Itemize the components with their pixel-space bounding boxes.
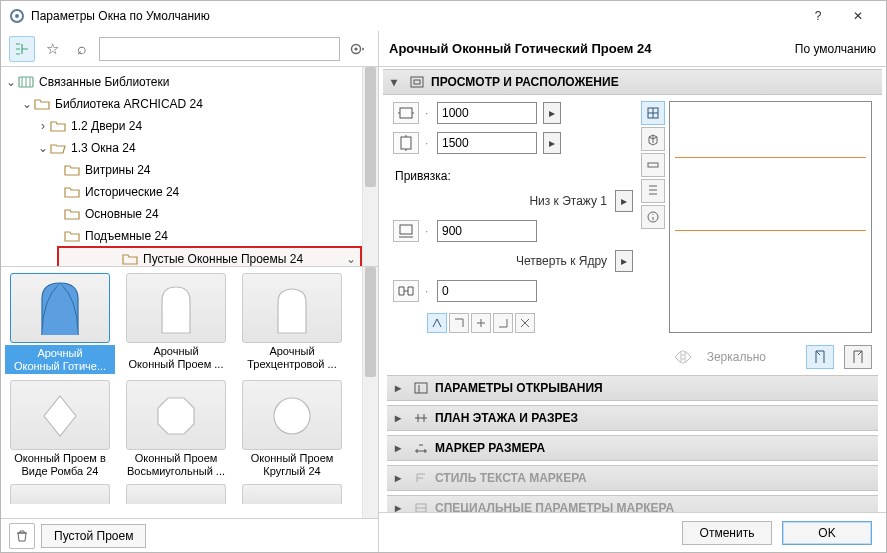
library-item-tricenter[interactable]: АрочныйТрехцентровой ...	[237, 273, 347, 374]
tree-row-lib[interactable]: ⌄ Библиотека ARCHICAD 24	[1, 93, 378, 115]
favorites-button[interactable]: ☆	[39, 36, 65, 62]
folder-open-icon	[49, 140, 67, 156]
svg-rect-10	[400, 225, 412, 234]
svg-rect-12	[648, 163, 658, 167]
folder-icon	[63, 184, 81, 200]
anchor-opt-4[interactable]	[493, 313, 513, 333]
view-elevation[interactable]	[641, 101, 665, 125]
section-floor-plan[interactable]: ▸ ПЛАН ЭТАЖА И РАЗРЕЗ	[387, 405, 878, 431]
library-item-octagon[interactable]: Оконный ПроемВосьмиугольный ...	[121, 380, 231, 477]
button-label: Отменить	[700, 526, 755, 540]
thumbnail-icon	[126, 380, 226, 450]
view-section[interactable]	[641, 179, 665, 203]
thumbnail-icon	[126, 273, 226, 343]
width-input[interactable]	[437, 102, 537, 124]
section-preview-position[interactable]: ▾ ПРОСМОТР И РАСПОЛОЖЕНИЕ	[383, 69, 882, 95]
preview-canvas	[669, 101, 872, 333]
expander-icon[interactable]: ⌄	[5, 75, 17, 89]
anchor-opt-3[interactable]	[471, 313, 491, 333]
height-input[interactable]	[437, 132, 537, 154]
folder-icon	[33, 96, 51, 112]
view-plan[interactable]	[641, 153, 665, 177]
help-button[interactable]: ?	[798, 2, 838, 30]
chevron-down-icon: ▾	[391, 75, 403, 89]
library-tree-panel: ⌄ Связанные Библиотеки ⌄ Библиотека ARCH…	[1, 67, 378, 267]
library-item-circle[interactable]: Оконный ПроемКруглый 24	[237, 380, 347, 477]
library-footer: Пустой Проем	[1, 518, 378, 552]
height-stepper[interactable]: ▸	[543, 132, 561, 154]
anchor-opt-5[interactable]	[515, 313, 535, 333]
anchor-opt-1[interactable]	[427, 313, 447, 333]
link-icon: ·	[425, 224, 431, 238]
tree-label: Исторические 24	[85, 185, 179, 199]
library-item-partial[interactable]	[237, 484, 347, 504]
thumbnail-icon	[10, 380, 110, 450]
parameters-header: Арочный Оконный Готический Проем 24 По у…	[379, 31, 886, 67]
floor-stepper[interactable]: ▸	[615, 190, 633, 212]
view-3d[interactable]	[641, 127, 665, 151]
parameters-panel: Арочный Оконный Готический Проем 24 По у…	[379, 31, 886, 552]
section-opening-params[interactable]: ▸ ПАРАМЕТРЫ ОТКРЫВАНИЯ	[387, 375, 878, 401]
reveal-side-2[interactable]	[844, 345, 872, 369]
chevron-right-icon: ▸	[395, 501, 407, 512]
tree-label: Библиотека ARCHICAD 24	[55, 97, 203, 111]
empty-opening-button[interactable]: Пустой Проем	[41, 524, 146, 548]
folder-icon	[63, 162, 81, 178]
tree-scrollbar[interactable]	[362, 67, 378, 266]
trash-button[interactable]	[9, 523, 35, 549]
settings-gear-button[interactable]	[344, 36, 370, 62]
tree-row-doors[interactable]: › 1.2 Двери 24	[1, 115, 378, 137]
binding-label: Привязка:	[393, 169, 633, 183]
core-stepper[interactable]: ▸	[615, 250, 633, 272]
view-info[interactable]	[641, 205, 665, 229]
floor-offset-input[interactable]	[437, 220, 537, 242]
grid-scrollbar[interactable]	[362, 267, 378, 518]
folder-icon	[49, 118, 67, 134]
expander-icon[interactable]: ⌄	[21, 97, 33, 111]
chevron-right-icon: ▸	[395, 441, 407, 455]
section-dimension-marker[interactable]: ▸ МАРКЕР РАЗМЕРА	[387, 435, 878, 461]
tree-view-button[interactable]	[9, 36, 35, 62]
section-title: ПЛАН ЭТАЖА И РАЗРЕЗ	[435, 411, 578, 425]
floor-label-row: Низ к Этажу 1 ▸	[393, 189, 633, 213]
section-title: СТИЛЬ ТЕКСТА МАРКЕРА	[435, 471, 587, 485]
titlebar: Параметры Окна по Умолчанию ? ✕	[1, 1, 886, 31]
tree-row-vitriny[interactable]: Витрины 24	[1, 159, 378, 181]
tree-label: Связанные Библиотеки	[39, 75, 169, 89]
library-item-partial[interactable]	[5, 484, 115, 504]
height-icon	[393, 132, 419, 154]
tree-row-windows[interactable]: ⌄ 1.3 Окна 24	[1, 137, 378, 159]
library-item-gothic[interactable]: АрочныйОконный Готиче...	[5, 273, 115, 374]
section-title: ПРОСМОТР И РАСПОЛОЖЕНИЕ	[431, 75, 619, 89]
expander-icon[interactable]: ›	[37, 119, 49, 133]
tree-label: 1.2 Двери 24	[71, 119, 142, 133]
ok-button[interactable]: OK	[782, 521, 872, 545]
library-browser: ☆ ⌕ ⌄ Связанные Библиотеки	[1, 31, 379, 552]
expander-icon[interactable]: ⌄	[37, 141, 49, 155]
svg-rect-6	[411, 77, 423, 87]
library-item-arch[interactable]: АрочныйОконный Проем ...	[121, 273, 231, 374]
close-button[interactable]: ✕	[838, 2, 878, 30]
anchor-opt-2[interactable]	[449, 313, 469, 333]
tree-row-osnovnye[interactable]: Основные 24	[1, 203, 378, 225]
dimensions-fields: · ▸ · ▸ Привязка: Низ	[393, 101, 633, 333]
svg-rect-14	[415, 383, 427, 393]
core-offset-input[interactable]	[437, 280, 537, 302]
link-icon: ·	[425, 106, 431, 120]
tree-row-podemnye[interactable]: Подъемные 24	[1, 225, 378, 247]
library-item-partial[interactable]	[121, 484, 231, 504]
search-input[interactable]	[99, 37, 340, 61]
cancel-button[interactable]: Отменить	[682, 521, 772, 545]
width-row: · ▸	[393, 101, 633, 125]
collapse-icon[interactable]: ⌄	[346, 252, 356, 266]
width-stepper[interactable]: ▸	[543, 102, 561, 124]
tree-row-pustye[interactable]: Пустые Оконные Проемы 24 ⌄	[59, 248, 360, 267]
reveal-side-1[interactable]	[806, 345, 834, 369]
floor-label: Низ к Этажу 1	[393, 194, 609, 208]
section-marker-special: ▸ СПЕЦИАЛЬНЫЕ ПАРАМЕТРЫ МАРКЕРА	[387, 495, 878, 512]
tree-row-istoricheskie[interactable]: Исторические 24	[1, 181, 378, 203]
svg-rect-7	[414, 80, 420, 84]
tree-row-root[interactable]: ⌄ Связанные Библиотеки	[1, 71, 378, 93]
core-label-row: Четверть к Ядру ▸	[393, 249, 633, 273]
library-item-rhombus[interactable]: Оконный Проем вВиде Ромба 24	[5, 380, 115, 477]
